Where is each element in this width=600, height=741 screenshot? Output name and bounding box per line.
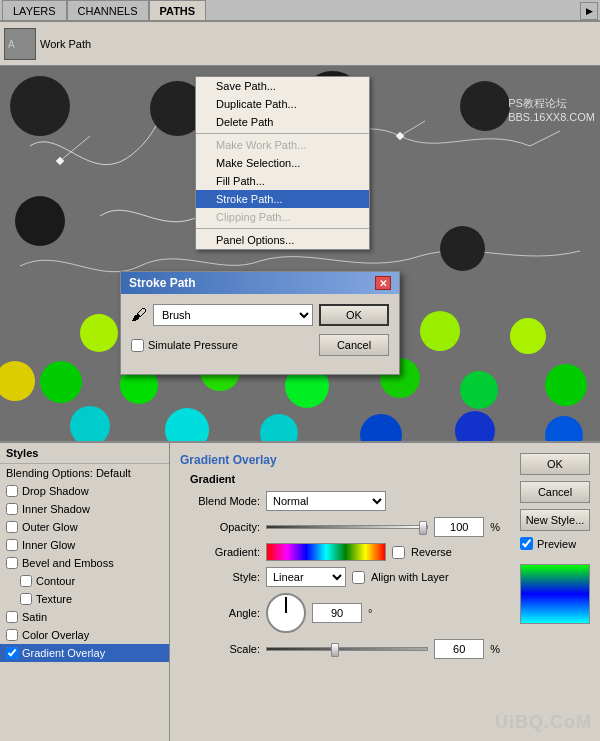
contour-checkbox[interactable]: [20, 575, 32, 587]
menu-separator-2: [196, 228, 369, 229]
dialog-close-button[interactable]: ✕: [375, 276, 391, 290]
svg-text:A: A: [8, 39, 15, 50]
tab-paths[interactable]: PATHS: [149, 0, 207, 20]
inner-glow-checkbox[interactable]: [6, 539, 18, 551]
reverse-checkbox[interactable]: [392, 546, 405, 559]
yellow-green-circle: [80, 314, 118, 352]
blending-options[interactable]: Blending Options: Default: [0, 464, 169, 482]
preview-checkbox[interactable]: [520, 537, 533, 550]
style-select[interactable]: Linear Radial Angle: [266, 567, 346, 587]
menu-fill-path[interactable]: Fill Path...: [196, 172, 369, 190]
contour-item[interactable]: Contour: [0, 572, 169, 590]
opacity-slider-track[interactable]: [266, 525, 428, 529]
angle-dial-needle: [285, 597, 287, 613]
angle-dial[interactable]: [266, 593, 306, 633]
opacity-slider-thumb[interactable]: [419, 521, 427, 535]
menu-stroke-path[interactable]: Stroke Path...: [196, 190, 369, 208]
svg-rect-5: [56, 157, 64, 165]
opacity-slider[interactable]: [266, 525, 428, 529]
tab-menu-button[interactable]: ▶: [580, 2, 598, 20]
preview-box: [520, 564, 590, 624]
bottom-panel: Styles Blending Options: Default Drop Sh…: [0, 441, 600, 741]
green-circle: [460, 371, 498, 409]
drop-shadow-checkbox[interactable]: [6, 485, 18, 497]
inner-glow-item[interactable]: Inner Glow: [0, 536, 169, 554]
main-panel: Gradient Overlay Gradient Blend Mode: No…: [170, 443, 510, 741]
scale-slider-thumb[interactable]: [331, 643, 339, 657]
svg-line-3: [400, 121, 425, 136]
tool-select[interactable]: Brush Pencil Eraser: [153, 304, 313, 326]
satin-item[interactable]: Satin: [0, 608, 169, 626]
simulate-pressure-checkbox[interactable]: [131, 339, 144, 352]
blend-mode-row: Blend Mode: Normal Multiply Screen: [180, 491, 500, 511]
gradient-label: Gradient:: [180, 546, 260, 558]
gradient-sub-title: Gradient: [190, 473, 500, 485]
scale-slider-track[interactable]: [266, 647, 428, 651]
green-circle: [40, 361, 82, 403]
cyan-circle: [70, 406, 110, 446]
path-thumbnail: A: [4, 28, 36, 60]
scale-unit: %: [490, 643, 500, 655]
yellow-green-circle: [420, 311, 460, 351]
drop-shadow-item[interactable]: Drop Shadow: [0, 482, 169, 500]
scale-input[interactable]: [434, 639, 484, 659]
path-item[interactable]: A Work Path: [4, 28, 91, 60]
inner-shadow-checkbox[interactable]: [6, 503, 18, 515]
color-overlay-item[interactable]: Color Overlay: [0, 626, 169, 644]
angle-unit: °: [368, 607, 372, 619]
tool-row: 🖌 Brush Pencil Eraser OK: [131, 304, 389, 326]
menu-clipping-path: Clipping Path...: [196, 208, 369, 226]
cancel-button[interactable]: Cancel: [319, 334, 389, 356]
outer-glow-checkbox[interactable]: [6, 521, 18, 533]
menu-panel-options[interactable]: Panel Options...: [196, 231, 369, 249]
align-layer-checkbox[interactable]: [352, 571, 365, 584]
dialog-body: 🖌 Brush Pencil Eraser OK Simulate Pressu…: [121, 294, 399, 374]
styles-title: Styles: [0, 443, 169, 464]
reverse-label: Reverse: [411, 546, 452, 558]
tab-layers[interactable]: LAYERS: [2, 0, 67, 20]
outer-glow-item[interactable]: Outer Glow: [0, 518, 169, 536]
new-style-button[interactable]: New Style...: [520, 509, 590, 531]
opacity-input[interactable]: [434, 517, 484, 537]
simulate-pressure-check[interactable]: Simulate Pressure: [131, 339, 238, 352]
scale-row: Scale: %: [180, 639, 500, 659]
ok-button[interactable]: OK: [520, 453, 590, 475]
angle-input[interactable]: [312, 603, 362, 623]
dark-circle: [440, 226, 485, 271]
gradient-overlay-item[interactable]: Gradient Overlay: [0, 644, 169, 662]
inner-shadow-item[interactable]: Inner Shadow: [0, 500, 169, 518]
style-row: Style: Linear Radial Angle Align with La…: [180, 567, 500, 587]
path-label: Work Path: [40, 38, 91, 50]
cancel-button[interactable]: Cancel: [520, 481, 590, 503]
blend-mode-select[interactable]: Normal Multiply Screen: [266, 491, 386, 511]
pressure-row: Simulate Pressure Cancel: [131, 334, 389, 356]
menu-delete-path[interactable]: Delete Path: [196, 113, 369, 131]
gradient-bar[interactable]: [266, 543, 386, 561]
color-overlay-checkbox[interactable]: [6, 629, 18, 641]
menu-make-work-path: Make Work Path...: [196, 136, 369, 154]
texture-checkbox[interactable]: [20, 593, 32, 605]
svg-line-1: [60, 136, 90, 161]
tab-bar: LAYERS CHANNELS PATHS ▶: [0, 0, 600, 22]
menu-save-path[interactable]: Save Path...: [196, 77, 369, 95]
gradient-overlay-title: Gradient Overlay: [180, 453, 500, 467]
dark-circle: [15, 196, 65, 246]
menu-make-selection[interactable]: Make Selection...: [196, 154, 369, 172]
yellow-circle: [0, 361, 35, 401]
dark-circle: [460, 81, 510, 131]
yellow-green-circle: [510, 318, 546, 354]
angle-row: Angle: °: [180, 593, 500, 633]
bevel-emboss-checkbox[interactable]: [6, 557, 18, 569]
menu-duplicate-path[interactable]: Duplicate Path...: [196, 95, 369, 113]
ok-button[interactable]: OK: [319, 304, 389, 326]
satin-checkbox[interactable]: [6, 611, 18, 623]
texture-item[interactable]: Texture: [0, 590, 169, 608]
dialog-title: Stroke Path ✕: [121, 272, 399, 294]
scale-slider[interactable]: [266, 647, 428, 651]
green-circle: [545, 364, 587, 406]
tab-channels[interactable]: CHANNELS: [67, 0, 149, 20]
gradient-overlay-checkbox[interactable]: [6, 647, 18, 659]
right-buttons: OK Cancel New Style... Preview: [510, 443, 600, 741]
bevel-emboss-item[interactable]: Bevel and Emboss: [0, 554, 169, 572]
opacity-label: Opacity:: [180, 521, 260, 533]
